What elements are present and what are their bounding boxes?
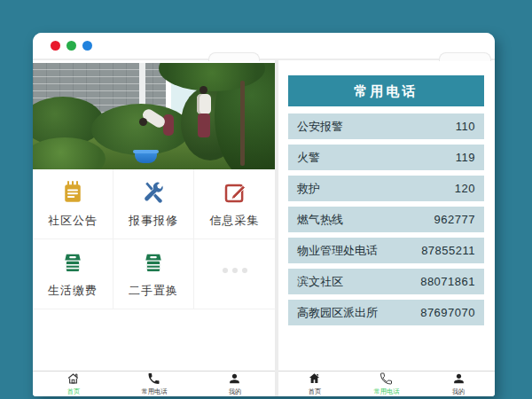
tab-label: 首页	[66, 387, 79, 396]
grid-item-label: 社区公告	[48, 213, 98, 229]
browser-toolbar	[33, 33, 495, 60]
grid-item-label: 生活缴费	[48, 283, 98, 299]
tab-label: 首页	[308, 387, 320, 396]
tabbar-phone-screen: 首页 常用电话 我的	[278, 371, 495, 396]
screen-top-tab-right	[439, 52, 491, 61]
grid-item-secondhand-exchange[interactable]: 二手置换	[113, 239, 194, 309]
feature-grid: 社区公告 报事报修	[33, 169, 275, 309]
grid-item-label: 二手置换	[129, 283, 178, 299]
phone-number: 110	[456, 120, 475, 133]
community-photo-banner[interactable]	[33, 63, 275, 169]
phone-name: 燃气热线	[297, 212, 343, 228]
grid-item-label: 信息采集	[210, 213, 260, 229]
tab-mine[interactable]: 我的	[194, 372, 275, 396]
user-icon	[227, 372, 242, 386]
exchange-box-icon	[140, 249, 167, 276]
window-content: 社区公告 报事报修	[33, 60, 495, 396]
tab-home[interactable]: 首页	[33, 372, 113, 396]
phone-name: 公安报警	[297, 119, 343, 135]
tab-home[interactable]: 首页	[278, 372, 350, 396]
phone-number: 87697070	[420, 306, 475, 319]
home-icon	[307, 372, 322, 386]
phone-icon	[146, 372, 161, 386]
photo-blue-bucket	[135, 153, 157, 163]
tab-label: 我的	[452, 387, 465, 396]
browser-window: 社区公告 报事报修	[33, 33, 495, 396]
repair-tools-icon	[140, 179, 167, 206]
phone-list: 公安报警 110 火警 119 救护 120 燃气热线 962777	[288, 113, 484, 325]
tab-mine[interactable]: 我的	[423, 372, 495, 396]
home-screen-panel: 社区公告 报事报修	[33, 60, 275, 396]
phone-number: 87855211	[421, 244, 475, 257]
phone-list-panel: 常用电话 公安报警 110 火警 119 救护 120 燃	[278, 60, 495, 396]
photo-person-standing	[195, 86, 215, 141]
tab-label: 我的	[228, 387, 240, 396]
phone-number: 119	[456, 151, 475, 164]
grid-item-label: 报事报修	[129, 213, 178, 229]
phone-list-item[interactable]: 救护 120	[288, 176, 484, 201]
edit-square-icon	[222, 179, 248, 206]
close-window-dot[interactable]	[51, 41, 60, 51]
photo-tree-trunk	[240, 81, 245, 166]
screen-top-tab-left	[208, 52, 260, 61]
minimize-window-dot[interactable]	[66, 41, 76, 51]
grid-item-life-payment[interactable]: 生活缴费	[33, 239, 113, 309]
phone-name: 火警	[297, 150, 320, 166]
phone-number: 88071861	[420, 275, 475, 288]
phone-list-item[interactable]: 公安报警 110	[288, 113, 484, 139]
grid-item-community-notice[interactable]: 社区公告	[33, 169, 113, 239]
photo-person-bending	[142, 100, 183, 148]
payment-box-icon	[59, 249, 86, 276]
tab-common-phones[interactable]: 常用电话	[350, 372, 422, 396]
phone-name: 高教园区派出所	[297, 305, 378, 321]
maximize-window-dot[interactable]	[82, 41, 92, 51]
more-dots-icon	[223, 268, 247, 273]
phone-name: 救护	[297, 181, 320, 197]
page-title: 常用电话	[288, 75, 484, 106]
phone-number: 962777	[434, 213, 475, 226]
phone-number: 120	[455, 182, 475, 195]
user-icon	[451, 372, 466, 386]
phone-list-item[interactable]: 燃气热线 962777	[288, 207, 484, 232]
phone-icon	[379, 372, 394, 386]
home-icon	[66, 372, 81, 386]
tabbar-home-screen: 首页 常用电话 我的	[33, 371, 275, 396]
grid-item-more[interactable]	[194, 239, 275, 309]
phone-list-item[interactable]: 滨文社区 88071861	[288, 269, 484, 294]
tab-label: 常用电话	[374, 387, 400, 396]
phone-list-item[interactable]: 高教园区派出所 87697070	[288, 300, 484, 325]
tab-common-phones[interactable]: 常用电话	[113, 372, 194, 396]
grid-item-info-collect[interactable]: 信息采集	[194, 169, 275, 239]
phone-name: 物业管理处电话	[297, 243, 378, 259]
phone-name: 滨文社区	[297, 274, 343, 290]
notepad-icon	[59, 179, 86, 206]
phone-list-item[interactable]: 物业管理处电话 87855211	[288, 238, 484, 263]
tab-label: 常用电话	[141, 387, 167, 396]
phone-list-item[interactable]: 火警 119	[288, 145, 484, 170]
desktop-background: 社区公告 报事报修	[0, 0, 532, 399]
grid-item-report-repair[interactable]: 报事报修	[113, 169, 194, 239]
